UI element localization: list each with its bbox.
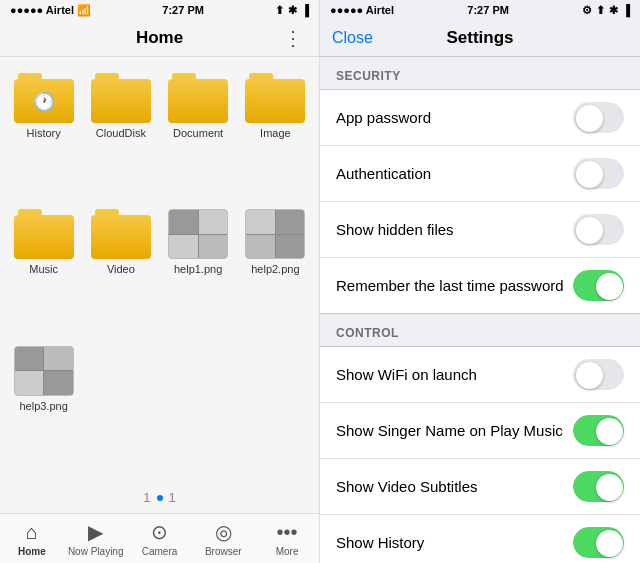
remember-password-toggle[interactable]	[573, 270, 624, 301]
nav-label-camera: Camera	[142, 546, 178, 557]
section-header-control: CONTROL	[320, 314, 640, 346]
list-item[interactable]: 🕐 History	[10, 73, 77, 199]
toggle-knob	[576, 217, 603, 244]
left-status-bar: ●●●●● Airtel 📶 7:27 PM ⬆ ✱ ▐	[0, 0, 319, 20]
right-time: 7:27 PM	[467, 4, 509, 16]
nav-item-more[interactable]: ••• More	[255, 514, 319, 563]
right-carrier: ●●●●● Airtel	[330, 4, 394, 16]
nav-label-more: More	[276, 546, 299, 557]
nav-item-browser[interactable]: ◎ Browser	[191, 514, 255, 563]
show-singer-toggle[interactable]	[573, 415, 624, 446]
browser-icon: ◎	[215, 520, 232, 544]
file-label: History	[27, 127, 61, 139]
setting-label: Show History	[336, 534, 573, 551]
thumbnail-icon	[14, 346, 74, 396]
settings-row-show-hidden-files[interactable]: Show hidden files	[320, 202, 640, 258]
folder-icon	[245, 73, 305, 123]
file-label: Document	[173, 127, 223, 139]
page-next: 1	[169, 490, 176, 505]
location-icon: ⬆	[275, 4, 284, 17]
show-subtitles-toggle[interactable]	[573, 471, 624, 502]
left-header-title: Home	[136, 28, 183, 48]
nav-label-browser: Browser	[205, 546, 242, 557]
settings-list: SECURITY App password Authentication Sho…	[320, 57, 640, 563]
list-item[interactable]: Image	[242, 73, 309, 199]
toggle-knob	[596, 530, 623, 557]
list-item[interactable]: Music	[10, 209, 77, 335]
file-label: Video	[107, 263, 135, 275]
settings-row-show-singer[interactable]: Show Singer Name on Play Music	[320, 403, 640, 459]
bluetooth-icon: ✱	[288, 4, 297, 17]
setting-label: Show hidden files	[336, 221, 573, 238]
right-header: Close Settings	[320, 20, 640, 57]
settings-title: Settings	[446, 28, 513, 48]
file-label: CloudDisk	[96, 127, 146, 139]
close-button[interactable]: Close	[332, 29, 373, 47]
status-right: ⬆ ✱ ▐	[275, 4, 309, 17]
show-wifi-toggle[interactable]	[573, 359, 624, 390]
bottom-navigation: ⌂ Home ▶ Now Playing ⊙ Camera ◎ Browser …	[0, 513, 319, 563]
files-grid: 🕐 History CloudDisk Document	[0, 57, 319, 482]
right-bluetooth-icon: ✱	[609, 4, 618, 17]
settings-row-authentication[interactable]: Authentication	[320, 146, 640, 202]
file-label: Image	[260, 127, 291, 139]
nav-item-now-playing[interactable]: ▶ Now Playing	[64, 514, 128, 563]
show-history-toggle[interactable]	[573, 527, 624, 558]
settings-row-remember-password[interactable]: Remember the last time password	[320, 258, 640, 313]
toggle-knob	[596, 418, 623, 445]
list-item[interactable]: help3.png	[10, 346, 77, 472]
thumbnail-icon	[245, 209, 305, 259]
clock-icon: 🕐	[33, 91, 55, 113]
authentication-toggle[interactable]	[573, 158, 624, 189]
time-display: 7:27 PM	[162, 4, 204, 16]
right-gear-icon: ⚙	[582, 4, 592, 17]
list-item[interactable]: Document	[165, 73, 232, 199]
home-icon: ⌂	[26, 521, 38, 544]
file-label: help1.png	[174, 263, 222, 275]
thumbnail-icon	[168, 209, 228, 259]
left-panel: ●●●●● Airtel 📶 7:27 PM ⬆ ✱ ▐ Home ⋮ 🕐 Hi…	[0, 0, 320, 563]
file-label: help2.png	[251, 263, 299, 275]
camera-icon: ⊙	[151, 520, 168, 544]
right-status-bar: ●●●●● Airtel 7:27 PM ⚙ ⬆ ✱ ▐	[320, 0, 640, 20]
setting-label: Show Video Subtitles	[336, 478, 573, 495]
list-item[interactable]: help1.png	[165, 209, 232, 335]
list-item[interactable]: CloudDisk	[87, 73, 154, 199]
nav-label-now-playing: Now Playing	[68, 546, 124, 557]
right-location-icon: ⬆	[596, 4, 605, 17]
setting-label: Show WiFi on launch	[336, 366, 573, 383]
pagination-dot	[157, 495, 163, 501]
toggle-knob	[576, 362, 603, 389]
nav-label-home: Home	[18, 546, 46, 557]
setting-label: Show Singer Name on Play Music	[336, 422, 573, 439]
nav-item-home[interactable]: ⌂ Home	[0, 514, 64, 563]
settings-row-show-wifi[interactable]: Show WiFi on launch	[320, 347, 640, 403]
file-label: help3.png	[19, 400, 67, 412]
show-hidden-files-toggle[interactable]	[573, 214, 624, 245]
nav-item-camera[interactable]: ⊙ Camera	[128, 514, 192, 563]
right-panel: ●●●●● Airtel 7:27 PM ⚙ ⬆ ✱ ▐ Close Setti…	[320, 0, 640, 563]
settings-row-show-history[interactable]: Show History	[320, 515, 640, 563]
setting-label: App password	[336, 109, 573, 126]
folder-icon: 🕐	[14, 73, 74, 123]
folder-icon	[91, 73, 151, 123]
section-header-security: SECURITY	[320, 57, 640, 89]
list-item[interactable]: help2.png	[242, 209, 309, 335]
app-password-toggle[interactable]	[573, 102, 624, 133]
more-icon: •••	[277, 521, 298, 544]
settings-row-show-subtitles[interactable]: Show Video Subtitles	[320, 459, 640, 515]
right-battery-icon: ▐	[622, 4, 630, 16]
setting-label: Authentication	[336, 165, 573, 182]
page-prev: 1	[143, 490, 150, 505]
toggle-knob	[576, 161, 603, 188]
folder-icon	[91, 209, 151, 259]
left-header: Home ⋮	[0, 20, 319, 57]
settings-row-app-password[interactable]: App password	[320, 90, 640, 146]
file-label: Music	[29, 263, 58, 275]
pagination: 1 1	[0, 482, 319, 513]
more-menu-button[interactable]: ⋮	[283, 26, 303, 50]
setting-label: Remember the last time password	[336, 277, 573, 294]
list-item[interactable]: Video	[87, 209, 154, 335]
wifi-icon: 📶	[77, 4, 91, 17]
folder-icon	[168, 73, 228, 123]
